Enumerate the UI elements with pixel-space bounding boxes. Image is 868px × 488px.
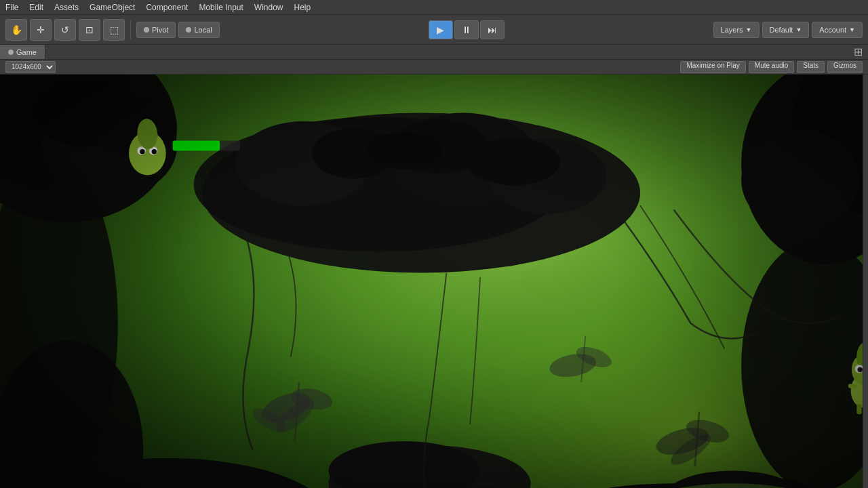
menu-file[interactable]: File <box>0 1 24 14</box>
menu-mobileinput[interactable]: Mobile Input <box>193 1 248 14</box>
tab-maximize-icon[interactable]: ⊞ <box>854 45 868 58</box>
toolbar-separator-1 <box>130 20 131 39</box>
local-button[interactable]: Local <box>178 22 219 38</box>
pivot-local-group: Pivot Local <box>136 22 220 38</box>
step-button[interactable]: ⏭ <box>480 20 505 39</box>
pivot-button[interactable]: Pivot <box>136 22 176 38</box>
view-left: 1024x600 <box>5 61 56 73</box>
mute-audio-button[interactable]: Mute audio <box>749 61 794 73</box>
game-scene-svg: ⊛ 人人素材 <box>0 75 863 488</box>
local-label: Local <box>194 26 212 34</box>
menu-assets[interactable]: Assets <box>49 1 84 14</box>
default-label: Default <box>770 26 793 34</box>
pause-button[interactable]: ⏸ <box>454 20 479 39</box>
menu-edit[interactable]: Edit <box>24 1 49 14</box>
pivot-label: Pivot <box>152 26 168 34</box>
play-controls: ▶ ⏸ ⏭ <box>429 20 505 39</box>
tab-bar: Game ⊞ <box>0 45 868 60</box>
account-label: Account <box>819 26 846 34</box>
toolbar: ✋ ✛ ↺ ⊡ ⬚ Pivot Local ▶ ⏸ ⏭ Layers ▼ Def… <box>0 15 868 45</box>
maximize-on-play-button[interactable]: Maximize on Play <box>680 61 745 73</box>
account-dropdown[interactable]: Account ▼ <box>812 22 863 38</box>
gizmos-button[interactable]: Gizmos <box>827 61 863 73</box>
hand-tool-button[interactable]: ✋ <box>5 19 27 41</box>
account-arrow: ▼ <box>849 26 855 33</box>
menu-bar: File Edit Assets GameObject Component Mo… <box>0 0 868 15</box>
pivot-indicator <box>144 27 149 33</box>
menu-gameobject[interactable]: GameObject <box>84 1 140 14</box>
view-bar: 1024x600 Maximize on Play Mute audio Sta… <box>0 60 868 75</box>
scale-tool-button[interactable]: ⊡ <box>79 19 100 41</box>
menu-component[interactable]: Component <box>140 1 193 14</box>
game-tab[interactable]: Game <box>0 45 45 59</box>
right-scroll-panel[interactable] <box>863 75 868 488</box>
menu-window[interactable]: Window <box>249 1 289 14</box>
menu-help[interactable]: Help <box>289 1 317 14</box>
game-view[interactable]: ⊛ 人人素材 <box>0 75 863 488</box>
main-area: ⊛ 人人素材 <box>0 75 868 488</box>
game-tab-radio <box>8 49 14 55</box>
play-button[interactable]: ▶ <box>429 20 453 39</box>
layers-dropdown[interactable]: Layers ▼ <box>713 22 760 38</box>
local-indicator <box>186 27 191 33</box>
rect-tool-button[interactable]: ⬚ <box>103 19 125 41</box>
default-dropdown[interactable]: Default ▼ <box>762 22 810 38</box>
view-right: Maximize on Play Mute audio Stats Gizmos <box>680 61 863 73</box>
rotate-tool-button[interactable]: ↺ <box>54 19 76 41</box>
svg-rect-68 <box>0 75 863 488</box>
move-tool-button[interactable]: ✛ <box>30 19 52 41</box>
game-canvas[interactable]: ⊛ 人人素材 <box>0 75 863 488</box>
default-arrow: ▼ <box>795 26 802 33</box>
game-tab-label: Game <box>16 48 37 56</box>
resolution-select[interactable]: 1024x600 <box>5 61 56 73</box>
layers-label: Layers <box>721 26 743 34</box>
stats-button[interactable]: Stats <box>797 61 825 73</box>
layers-arrow: ▼ <box>746 26 752 33</box>
